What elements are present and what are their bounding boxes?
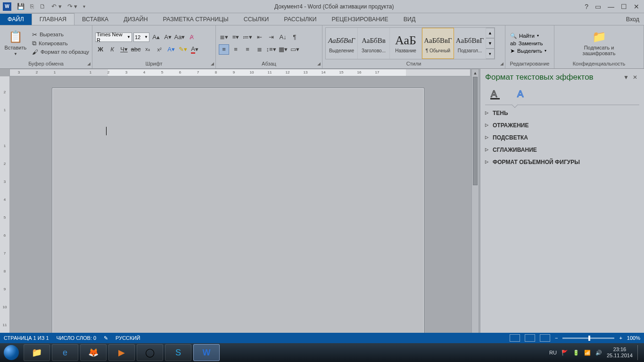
page-canvas[interactable] (52, 88, 424, 341)
qat-more-icon[interactable]: ▾ (83, 4, 85, 9)
align-left-icon[interactable]: ≡ (219, 44, 229, 55)
taskbar-chrome[interactable]: ◯ (137, 344, 163, 361)
tray-lang[interactable]: RU (549, 350, 557, 355)
open-icon[interactable]: ⎘ (30, 3, 34, 10)
tray-flag-icon[interactable]: 🚩 (561, 350, 568, 356)
text-effects-icon[interactable]: A▾ (166, 44, 176, 55)
inc-indent-icon[interactable]: ⇥ (266, 32, 276, 42)
tray-volume-icon[interactable]: 🔊 (595, 350, 602, 356)
taskbar-media[interactable]: ▶ (108, 344, 135, 361)
pane-entry-softedge[interactable]: СГЛАЖИВАНИЕ (480, 144, 644, 156)
grow-font-icon[interactable]: A▴ (151, 32, 161, 42)
tray-battery-icon[interactable]: 🔋 (573, 350, 579, 356)
font-name-select[interactable]: Times New R▼ (95, 33, 132, 42)
tab-home[interactable]: ГЛАВНАЯ (32, 13, 74, 25)
view-web-icon[interactable] (540, 334, 550, 342)
taskbar-skype[interactable]: S (165, 344, 191, 361)
new-icon[interactable]: 🗋 (40, 3, 46, 10)
font-color-icon[interactable]: A▾ (190, 44, 200, 55)
style-heading[interactable]: АаБбВвЗаголово... (358, 28, 390, 59)
view-print-icon[interactable] (525, 334, 535, 342)
shading-icon[interactable]: ▦▾ (278, 44, 288, 55)
align-right-icon[interactable]: ≡ (242, 44, 253, 55)
pane-options-icon[interactable]: ▼ (621, 74, 631, 81)
sign-encrypt-button[interactable]: 📁 Подписать и зашифровать (576, 27, 623, 60)
horizontal-ruler[interactable]: 3211234567891011121314151617 (9, 69, 471, 76)
show-marks-icon[interactable]: ¶ (289, 32, 300, 42)
zoom-in-icon[interactable]: + (619, 335, 622, 341)
para-dialog-icon[interactable]: ◢ (317, 61, 321, 66)
sort-icon[interactable]: A↓ (278, 32, 288, 42)
close-button[interactable]: ✕ (634, 3, 639, 10)
find-button[interactable]: 🔍Найти▾ (510, 33, 546, 39)
taskbar-explorer[interactable]: 📁 (24, 344, 50, 361)
minimize-button[interactable]: — (608, 3, 614, 10)
line-spacing-icon[interactable]: ↕≡▾ (266, 44, 276, 55)
dec-indent-icon[interactable]: ⇤ (254, 32, 264, 42)
zoom-level[interactable]: 100% (627, 335, 640, 341)
italic-icon[interactable]: К (107, 44, 117, 55)
text-effects-tab-icon[interactable]: A (513, 87, 529, 101)
underline-icon[interactable]: Ч▾ (119, 44, 129, 55)
pane-entry-glow[interactable]: ПОДСВЕТКА (480, 132, 644, 144)
save-icon[interactable]: 💾 (17, 3, 25, 10)
proofing-icon[interactable]: ✎ (104, 335, 108, 341)
change-case-icon[interactable]: Aa▾ (174, 32, 185, 42)
borders-icon[interactable]: ▭▾ (289, 44, 300, 55)
shrink-font-icon[interactable]: A▾ (163, 32, 173, 42)
bullets-icon[interactable]: ≣▾ (219, 32, 229, 42)
subscript-icon[interactable]: x₂ (142, 44, 153, 55)
strike-icon[interactable]: abc (131, 44, 141, 55)
tab-review[interactable]: РЕЦЕНЗИРОВАНИЕ (324, 14, 396, 25)
gallery-up-icon[interactable]: ▲ (486, 28, 495, 38)
replace-button[interactable]: abЗаменить (510, 41, 546, 46)
clipboard-dialog-icon[interactable]: ◢ (87, 61, 91, 66)
highlight-icon[interactable]: ✎▾ (178, 44, 188, 55)
superscript-icon[interactable]: x² (154, 44, 165, 55)
font-size-select[interactable]: 12▼ (133, 33, 149, 42)
help-button[interactable]: ? (585, 3, 588, 10)
signin-link[interactable]: Вход (626, 16, 644, 25)
tray-network-icon[interactable]: 📶 (584, 350, 591, 356)
redo-icon[interactable]: ↷ ▾ (67, 3, 78, 10)
pane-close-icon[interactable]: ✕ (631, 74, 639, 81)
status-lang[interactable]: РУССКИЙ (116, 335, 140, 341)
taskbar-firefox[interactable]: 🦊 (80, 344, 107, 361)
status-words[interactable]: ЧИСЛО СЛОВ: 0 (57, 335, 97, 341)
paste-button[interactable]: 📋 Вставить ▼ (3, 27, 28, 60)
tray-clock[interactable]: 23:16 25.11.2014 (607, 346, 633, 359)
show-desktop[interactable] (637, 345, 641, 360)
style-title[interactable]: АаБНазвание (390, 28, 422, 59)
zoom-out-icon[interactable]: − (555, 335, 558, 341)
vertical-ruler[interactable]: 211234567891011 (0, 76, 9, 341)
style-normal[interactable]: АаБбВвГ¶ Обычный (422, 28, 454, 59)
vertical-scrollbar[interactable]: ▲ ▼ (471, 69, 479, 341)
status-page[interactable]: СТРАНИЦА 1 ИЗ 1 (4, 335, 49, 341)
tab-pagelayout[interactable]: РАЗМЕТКА СТРАНИЦЫ (156, 14, 236, 25)
align-center-icon[interactable]: ≡ (231, 44, 241, 55)
style-emphasis[interactable]: АаБбВвГВыделение (326, 28, 358, 59)
tab-insert[interactable]: ВСТАВКА (74, 14, 116, 25)
styles-dialog-icon[interactable]: ◢ (500, 61, 504, 66)
ribbon-display-button[interactable]: ▭ (595, 3, 601, 10)
tab-references[interactable]: ССЫЛКИ (236, 14, 277, 25)
select-button[interactable]: ➤Выделить▾ (510, 48, 546, 54)
gallery-down-icon[interactable]: ▼ (486, 38, 495, 49)
multilevel-icon[interactable]: ≔▾ (242, 32, 253, 42)
taskbar-word[interactable]: W (193, 344, 220, 361)
taskbar-ie[interactable]: e (52, 344, 78, 361)
tab-mailings[interactable]: РАССЫЛКИ (276, 14, 324, 25)
clear-format-icon[interactable]: A̷ (186, 32, 197, 42)
cut-button[interactable]: ✂Вырезать (32, 31, 89, 38)
pane-entry-shadow[interactable]: ТЕНЬ (480, 107, 644, 119)
justify-icon[interactable]: ≣ (254, 44, 264, 55)
gallery-more-icon[interactable]: ▾ (486, 49, 495, 59)
scroll-up-icon[interactable]: ▲ (472, 69, 479, 77)
view-read-icon[interactable] (510, 334, 520, 342)
format-painter-button[interactable]: 🖌Формат по образцу (32, 49, 89, 56)
undo-icon[interactable]: ↶ ▾ (51, 3, 62, 10)
tab-design[interactable]: ДИЗАЙН (116, 14, 155, 25)
bold-icon[interactable]: Ж (95, 44, 106, 55)
tab-view[interactable]: ВИД (396, 14, 423, 25)
scroll-thumb[interactable] (473, 77, 478, 185)
